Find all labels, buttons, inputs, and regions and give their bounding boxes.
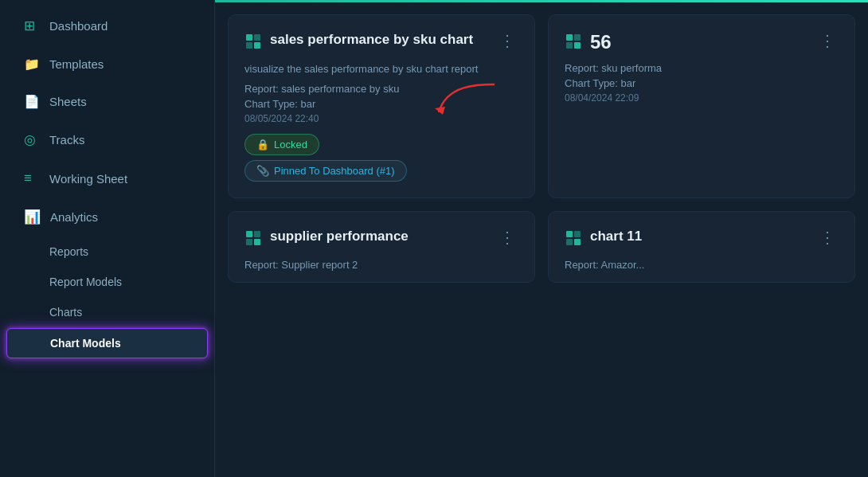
card-sub-chart11: Report: Amazor... — [565, 259, 839, 271]
tracks-icon: ◎ — [24, 131, 40, 148]
svg-rect-7 — [566, 42, 573, 49]
card-cross-icon-4 — [565, 229, 582, 251]
card-title-supplier: supplier performance — [270, 228, 409, 245]
sidebar-sub-label: Chart Models — [50, 337, 121, 350]
card-cross-icon-3 — [244, 229, 262, 251]
sidebar-item-label: Dashboard — [49, 19, 108, 33]
card-title: sales performance by sku chart — [270, 31, 473, 49]
svg-rect-12 — [254, 239, 260, 245]
card-report-label: Report: sales performance by sku — [244, 83, 518, 95]
card-title-56: 56 — [590, 31, 612, 53]
card-chart-type: Chart Type: bar — [244, 98, 518, 110]
card-header-3: supplier performance ⋮ — [244, 228, 518, 251]
svg-rect-10 — [254, 231, 260, 237]
card-menu-button-3[interactable]: ⋮ — [496, 228, 518, 247]
sidebar-item-sheets[interactable]: 📄 Sheets — [6, 84, 208, 119]
card-description: visualize the sales performance by sku c… — [244, 62, 518, 76]
svg-rect-3 — [254, 42, 260, 49]
dashboard-icon: ⊞ — [24, 18, 40, 34]
analytics-icon: 📊 — [24, 209, 41, 225]
svg-rect-6 — [574, 34, 581, 41]
card-title-row-4: chart 11 — [565, 228, 642, 251]
card-header-4: chart 11 ⋮ — [565, 228, 839, 251]
sidebar-item-label: Analytics — [50, 210, 98, 224]
svg-rect-15 — [566, 239, 573, 245]
svg-rect-0 — [246, 34, 252, 41]
sidebar-sub-label: Report Models — [49, 276, 122, 288]
working-sheet-icon: ≡ — [24, 170, 40, 186]
svg-rect-11 — [246, 239, 252, 245]
sidebar-item-working-sheet[interactable]: ≡ Working Sheet — [6, 160, 208, 197]
svg-rect-2 — [246, 42, 252, 49]
svg-rect-14 — [574, 231, 581, 237]
card-badges: 🔒 Locked 📎 Pinned To Dashboard (#1) — [244, 134, 518, 182]
sidebar-sub-item-chart-models[interactable]: Chart Models — [6, 328, 208, 358]
card-header: 56 ⋮ — [565, 31, 839, 54]
sidebar-sub-label: Charts — [49, 306, 82, 319]
sidebar-item-label: Sheets — [49, 95, 87, 108]
top-progress-bar — [215, 0, 868, 2]
card-cross-icon — [244, 33, 262, 54]
card-menu-button-2[interactable]: ⋮ — [816, 31, 839, 50]
sidebar-sub-label: Reports — [49, 245, 88, 258]
sidebar-sub-item-charts[interactable]: Charts — [6, 298, 208, 326]
card-menu-button[interactable]: ⋮ — [496, 31, 518, 50]
sidebar-sub-item-reports[interactable]: Reports — [6, 237, 208, 266]
card-title-chart11: chart 11 — [590, 228, 642, 245]
badge-locked[interactable]: 🔒 Locked — [244, 134, 319, 155]
pin-icon: 📎 — [256, 165, 269, 177]
badge-locked-label: Locked — [274, 139, 307, 151]
sidebar-item-label: Templates — [49, 57, 104, 71]
sidebar-item-tracks[interactable]: ◎ Tracks — [6, 121, 208, 158]
lock-icon: 🔒 — [256, 139, 269, 151]
sidebar: ⊞ Dashboard 📁 Templates 📄 Sheets ◎ Track… — [0, 0, 215, 477]
badge-pinned[interactable]: 📎 Pinned To Dashboard (#1) — [244, 160, 407, 182]
sheet-icon: 📄 — [24, 94, 40, 109]
svg-rect-8 — [574, 42, 581, 49]
sidebar-sub-item-report-models[interactable]: Report Models — [6, 268, 208, 296]
svg-rect-1 — [254, 34, 260, 41]
card-title-row-3: supplier performance — [244, 228, 409, 251]
card-report-label-2: Report: sku performa — [565, 62, 839, 74]
cards-grid: sales performance by sku chart ⋮ visuali… — [228, 14, 855, 283]
card-chart-11: chart 11 ⋮ Report: Amazor... — [548, 211, 855, 283]
sidebar-item-templates[interactable]: 📁 Templates — [6, 46, 208, 82]
folder-icon: 📁 — [24, 57, 40, 72]
card-date-2: 08/04/2024 22:09 — [565, 92, 839, 104]
main-content: sales performance by sku chart ⋮ visuali… — [215, 0, 868, 477]
card-chart-type-2: Chart Type: bar — [565, 77, 839, 89]
sidebar-item-label: Working Sheet — [49, 172, 127, 186]
svg-rect-9 — [246, 231, 252, 237]
card-supplier-performance: supplier performance ⋮ Report: Supplier … — [228, 211, 535, 283]
svg-rect-5 — [566, 34, 573, 41]
svg-rect-13 — [566, 231, 573, 237]
card-header: sales performance by sku chart ⋮ — [244, 31, 518, 54]
badge-pinned-label: Pinned To Dashboard (#1) — [274, 165, 395, 177]
card-sub-supplier: Report: Supplier report 2 — [244, 259, 518, 271]
sidebar-item-label: Tracks — [49, 133, 84, 147]
card-date: 08/05/2024 22:40 — [244, 113, 518, 124]
svg-rect-16 — [574, 239, 581, 245]
sidebar-item-analytics[interactable]: 📊 Analytics — [6, 198, 208, 236]
card-cross-icon-2 — [565, 33, 582, 54]
card-menu-button-4[interactable]: ⋮ — [816, 228, 839, 247]
card-56: 56 ⋮ Report: sku performa Chart Type: ba… — [548, 14, 855, 198]
card-sales-performance: sales performance by sku chart ⋮ visuali… — [228, 14, 535, 198]
card-title-row: 56 — [565, 31, 612, 54]
card-title-row: sales performance by sku chart — [244, 31, 473, 54]
sidebar-item-dashboard[interactable]: ⊞ Dashboard — [6, 7, 208, 45]
